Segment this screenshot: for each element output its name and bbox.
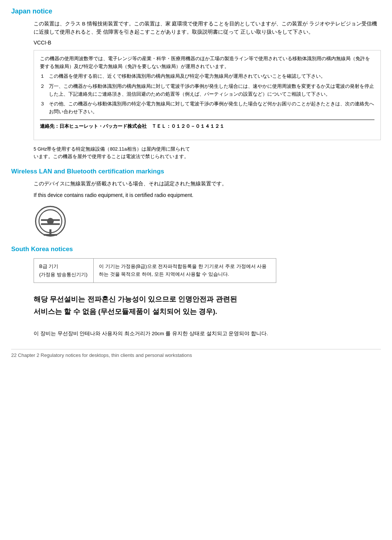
south-korea-section: South Korea notices B급 기기 (가정용 방송통신기기) 이… (11, 246, 381, 338)
svg-point-6 (47, 218, 54, 225)
korea-table-col1: B급 기기 (가정용 방송통신기기) (34, 258, 94, 283)
korea-table-col2: 이 기기는 가정용(B급)으로 전자파적합등록을 한 기기로서 주로 가정에서 … (94, 258, 276, 283)
korea-bottom-text: 이 장비는 무선장비 안테나와 사용자의 최소거리가 20cm 를 유지한 상태… (34, 330, 358, 338)
svg-rect-4 (49, 229, 51, 235)
list-body-1: この機器を使用する前に、近くで移動体識別用の構内無線局及び特定小電力無線局が運用… (49, 72, 326, 80)
list-item-3: ３ その他、この機器から移動体識別用の特定小電力無線局に対して電波干渉の事例が発… (40, 100, 374, 115)
svg-rect-5 (44, 234, 57, 236)
cert-icon-area (34, 204, 67, 238)
south-korea-title: South Korea notices (11, 246, 381, 253)
list-body-2: 万一、この機器から移動体識別用の構内無線局に対して電波干渉の事例が発生した場合に… (49, 83, 374, 98)
outdoor-line2: います。この機器を屋外で使用することは電波法で禁じられています。 (34, 154, 189, 159)
footer-chapter-description: Regulatory notices for desktops, thin cl… (41, 352, 192, 358)
korean-large-line1: 해당 무선설비는 전파혼신 가능성이 있으므로 인명안전과 관련된 (34, 294, 358, 305)
wireless-certification-icon (34, 204, 67, 239)
korea-device-class-line2: (가정용 방송통신기기) (39, 272, 87, 277)
list-num-2: ２ (40, 83, 49, 98)
japan-notice-section: Japan notice この装置は、クラス B 情報技術装置です。この装置は、… (11, 7, 381, 160)
list-item-2: ２ 万一、この機器から移動体識別用の構内無線局に対して電波干渉の事例が発生した場… (40, 83, 374, 98)
footer: 22 Chapter 2 Regulatory notices for desk… (11, 349, 381, 358)
japan-paragraph1: この装置は、クラス B 情報技術装置です。この装置は、家 庭環境で使用することを… (34, 20, 381, 36)
korea-regulatory-table: B급 기기 (가정용 방송통신기기) 이 기기는 가정용(B급)으로 전자파적합… (34, 258, 276, 283)
footer-page-number: 22 (11, 352, 16, 358)
japan-notice-title: Japan notice (11, 7, 381, 15)
contact-line: 連絡先：日本ヒューレット・パッカード株式会社 ＴＥＬ：０１２０－０１４１２１ (40, 120, 374, 130)
list-item-1: １ この機器を使用する前に、近くで移動体識別用の構内無線局及び特定小電力無線局が… (40, 72, 374, 80)
korea-image-text: 해당 무선설비는 전파혼신 가능성이 있으므로 인명안전과 관련된 서비스는 할… (34, 290, 358, 322)
wireless-lan-title: Wireless LAN and Bluetooth certification… (11, 168, 381, 175)
footer-chapter: Chapter 2 (18, 352, 39, 358)
korean-large-line2: 서비스는 할 수 없음 (무선모듈제품이 설치되어 있는 경우). (34, 306, 358, 317)
outdoor-line1: 5 GHz帯を使用する特定無線設備（802.11a相当）は屋内使用に限られて (34, 146, 190, 152)
korea-device-class-line1: B급 기기 (39, 263, 58, 269)
regulatory-intro: この機器の使用周波数帯では、電子レンジ等の産業・科学・医療用機器のほか工場の製造… (40, 55, 374, 70)
list-num-3: ３ (40, 100, 49, 115)
vcci-label: VCCI-B (34, 40, 381, 46)
list-num-1: １ (40, 72, 49, 80)
wireless-japanese-text: このデバイスに無線装置が搭載されている場合、それは認定された無線装置です。 (34, 180, 381, 188)
outdoor-notice: 5 GHz帯を使用する特定無線設備（802.11a相当）は屋内使用に限られて い… (34, 145, 381, 160)
table-row: B급 기기 (가정용 방송통신기기) 이 기기는 가정용(B급)으로 전자파적합… (34, 258, 276, 283)
wireless-english-text: If this device contains radio equipment,… (34, 191, 381, 199)
japan-regulatory-box: この機器の使用周波数帯では、電子レンジ等の産業・科学・医療用機器のほか工場の製造… (34, 50, 381, 140)
list-body-3: その他、この機器から移動体識別用の特定小電力無線局に対して電波干渉の事例が発生し… (49, 100, 374, 115)
wireless-lan-section: Wireless LAN and Bluetooth certification… (11, 168, 381, 238)
contact-text: 連絡先：日本ヒューレット・パッカード株式会社 ＴＥＬ：０１２０－０１４１２１ (40, 123, 224, 129)
